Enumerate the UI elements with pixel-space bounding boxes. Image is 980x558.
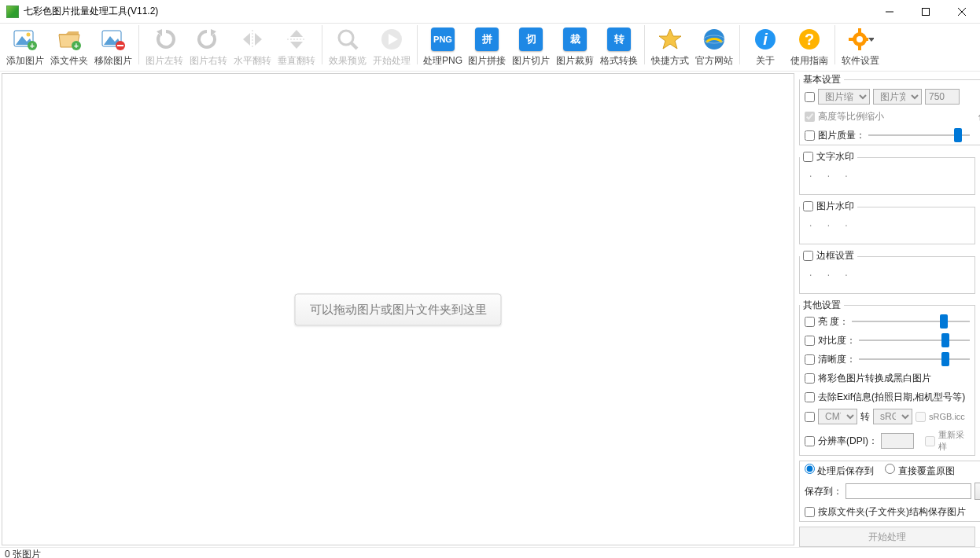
- crop-badge: 裁: [563, 28, 587, 51]
- svg-marker-27: [659, 29, 681, 49]
- minimize-button[interactable]: [871, 0, 908, 24]
- image-canvas[interactable]: 可以拖动图片或图片文件夹到这里: [2, 73, 794, 545]
- dpi-input[interactable]: [881, 433, 914, 449]
- save-to-radio[interactable]: [805, 464, 815, 474]
- svg-point-6: [27, 33, 31, 37]
- globe-icon: [701, 26, 728, 53]
- svg-marker-18: [255, 33, 262, 46]
- save-path-input[interactable]: [846, 483, 971, 499]
- statusbar: 0 张图片: [0, 547, 980, 558]
- svg-point-35: [857, 36, 863, 42]
- close-button[interactable]: [944, 0, 980, 24]
- preview-button[interactable]: 效果预览: [326, 24, 370, 69]
- quality-checkbox[interactable]: [805, 130, 815, 141]
- settings-button[interactable]: 软件设置: [838, 24, 882, 69]
- svg-point-23: [339, 31, 353, 45]
- svg-rect-1: [923, 9, 930, 16]
- flip-v-icon: [283, 26, 310, 53]
- text-wm-checkbox[interactable]: [803, 152, 813, 162]
- slice-button[interactable]: 切 图片切片: [509, 24, 553, 69]
- rotate-left-button[interactable]: 图片左转: [142, 24, 186, 69]
- window-title: 七彩色图片批量处理工具(V11.2): [24, 5, 871, 18]
- svg-text:?: ?: [805, 31, 814, 48]
- width-select[interactable]: 图片宽：: [873, 89, 922, 105]
- rotate-right-button[interactable]: 图片右转: [186, 24, 230, 69]
- other-settings: 其他设置 亮 度： 对比度： 清晰度： 将彩色图片转换成黑白图片 去除Exif信…: [799, 299, 975, 456]
- border-checkbox[interactable]: [803, 251, 813, 261]
- svg-text:i: i: [763, 31, 768, 48]
- brightness-checkbox[interactable]: [805, 317, 815, 327]
- save-settings: 处理后保存到 直接覆盖原图 保存到： 选择 按原文件夹(子文件夹)结构保存图片: [799, 461, 980, 522]
- shrink-select[interactable]: 图片缩小: [818, 89, 870, 105]
- overwrite-radio[interactable]: [885, 464, 895, 474]
- process-png-button[interactable]: PNG 处理PNG: [421, 24, 465, 69]
- svg-marker-17: [243, 33, 250, 46]
- chevron-down-icon: [868, 36, 874, 42]
- svg-rect-36: [858, 28, 861, 33]
- gear-icon: [847, 26, 874, 53]
- side-panel: 基本设置 图片缩小 图片宽： 高度等比例缩小 像素 图片质量： 92(高): [794, 72, 980, 547]
- sharpness-checkbox[interactable]: [805, 354, 815, 365]
- svg-rect-14: [117, 45, 123, 46]
- star-icon: [657, 26, 683, 53]
- bw-checkbox[interactable]: [805, 373, 815, 384]
- contrast-slider[interactable]: [859, 340, 970, 341]
- play-icon: [378, 26, 405, 53]
- svg-text:+: +: [30, 42, 35, 50]
- png-badge: PNG: [431, 28, 455, 51]
- svg-marker-40: [868, 38, 874, 42]
- convert-button[interactable]: 转 格式转换: [597, 24, 641, 69]
- add-image-button[interactable]: + 添加图片: [3, 24, 47, 69]
- text-watermark: 文字水印 . . .: [799, 150, 975, 195]
- convert-badge: 转: [607, 28, 631, 51]
- info-icon: i: [752, 26, 779, 53]
- choose-button[interactable]: 选择: [974, 483, 980, 500]
- maximize-button[interactable]: [908, 0, 944, 24]
- app-icon: [6, 6, 19, 18]
- start-button[interactable]: 开始处理: [370, 24, 414, 69]
- status-count: 0 张图片: [5, 548, 41, 558]
- icc-checkbox: [916, 412, 926, 422]
- flip-horizontal-button[interactable]: 水平翻转: [230, 24, 274, 69]
- slice-badge: 切: [519, 28, 543, 51]
- help-icon: ?: [796, 26, 823, 53]
- basic-legend: 基本设置: [800, 73, 844, 86]
- about-button[interactable]: i 关于: [743, 24, 787, 69]
- folder-icon: +: [56, 26, 83, 53]
- join-button[interactable]: 拼 图片拼接: [465, 24, 509, 69]
- magnifier-icon: [334, 26, 361, 53]
- add-folder-button[interactable]: + 添文件夹: [47, 24, 91, 69]
- border-settings: 边框设置 . . .: [799, 249, 975, 294]
- contrast-checkbox[interactable]: [805, 336, 815, 346]
- quality-value: 92(高): [973, 129, 980, 142]
- image-wm-checkbox[interactable]: [803, 201, 813, 211]
- quality-slider[interactable]: [868, 134, 970, 136]
- brightness-slider[interactable]: [852, 321, 970, 322]
- flip-vertical-button[interactable]: 垂直翻转: [274, 24, 319, 69]
- svg-rect-37: [858, 46, 861, 50]
- guide-button[interactable]: ? 使用指南: [787, 24, 831, 69]
- dpi-checkbox[interactable]: [805, 436, 815, 446]
- svg-text:+: +: [74, 42, 79, 50]
- sharpness-slider[interactable]: [859, 358, 970, 360]
- cmyk-select[interactable]: CMYK: [818, 409, 857, 424]
- start-process-button[interactable]: 开始处理: [799, 527, 975, 547]
- width-input[interactable]: [925, 89, 960, 105]
- shrink-checkbox[interactable]: [805, 92, 815, 102]
- remove-image-icon: [100, 26, 127, 53]
- crop-button[interactable]: 裁 图片裁剪: [553, 24, 597, 69]
- website-button[interactable]: 官方网站: [692, 24, 736, 69]
- exif-checkbox[interactable]: [805, 392, 815, 402]
- colorspace-checkbox[interactable]: [805, 412, 815, 422]
- join-badge: 拼: [475, 28, 499, 51]
- resample-checkbox: [925, 436, 935, 446]
- remove-image-button[interactable]: 移除图片: [91, 24, 135, 69]
- srgb-select[interactable]: sRGB: [873, 409, 912, 424]
- svg-rect-38: [849, 38, 853, 41]
- rotate-left-icon: [151, 26, 178, 53]
- image-watermark: 图片水印 . . .: [799, 200, 975, 244]
- shortcut-button[interactable]: 快捷方式: [648, 24, 692, 69]
- flip-h-icon: [239, 26, 266, 53]
- keep-tree-checkbox[interactable]: [805, 507, 815, 517]
- titlebar: 七彩色图片批量处理工具(V11.2): [0, 0, 980, 24]
